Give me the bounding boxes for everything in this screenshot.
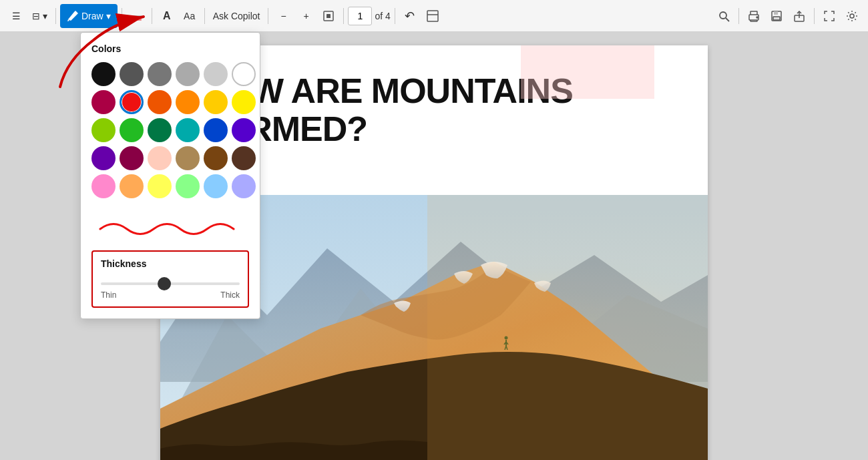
settings-button[interactable] <box>841 4 863 28</box>
svg-rect-5 <box>427 11 438 21</box>
color-swatch-dark-gray[interactable] <box>120 62 144 86</box>
draw-pen-icon <box>67 10 79 22</box>
menu-icon: ☰ <box>12 11 21 21</box>
print-icon <box>748 10 760 22</box>
color-swatch-gray[interactable] <box>176 62 200 86</box>
color-swatch-light-green[interactable] <box>176 174 200 198</box>
ink-preview-svg <box>93 212 247 239</box>
separator-2 <box>122 8 122 24</box>
separator-6 <box>343 8 344 24</box>
share-icon <box>793 10 805 22</box>
color-swatch-light-blue[interactable] <box>204 174 228 198</box>
svg-line-8 <box>726 18 729 21</box>
copilot-label: Ask Copilot <box>213 11 260 21</box>
eraser-icon <box>131 10 143 22</box>
color-swatch-light-gray[interactable] <box>204 62 228 86</box>
separator-1 <box>55 8 56 24</box>
undo-icon: ↶ <box>405 9 415 23</box>
slider-labels: Thin Thick <box>101 290 240 300</box>
color-swatch-pink[interactable] <box>91 174 116 198</box>
settings-icon <box>846 10 858 22</box>
svg-point-12 <box>756 17 758 18</box>
save-icon <box>771 10 783 22</box>
bookmark-chevron: ▾ <box>43 11 47 21</box>
separator-9 <box>814 8 815 24</box>
svg-rect-1 <box>132 16 136 21</box>
toolbar-right-actions <box>713 4 863 28</box>
thickness-slider[interactable] <box>101 282 240 285</box>
print-button[interactable] <box>743 4 765 28</box>
draw-chevron: ▾ <box>106 11 111 21</box>
layout-button[interactable] <box>422 4 443 28</box>
fit-page-icon <box>322 9 335 23</box>
color-swatch-light-yellow[interactable] <box>148 174 172 198</box>
color-swatch-green[interactable] <box>120 118 144 142</box>
color-swatch-teal[interactable] <box>176 118 200 142</box>
color-swatch-light-orange[interactable] <box>120 174 144 198</box>
color-swatch-brown[interactable] <box>204 146 228 170</box>
aa-button[interactable]: Aa <box>179 4 200 28</box>
draw-button[interactable]: Draw ▾ <box>60 4 118 28</box>
zoom-in-icon: + <box>303 11 308 21</box>
color-swatch-dark-green[interactable] <box>148 118 172 142</box>
svg-point-17 <box>850 14 854 18</box>
color-grid <box>91 62 249 198</box>
share-button[interactable] <box>789 4 810 28</box>
color-swatch-blue[interactable] <box>204 118 228 142</box>
draw-label: Draw <box>81 11 103 21</box>
color-swatch-orange-red[interactable] <box>148 90 172 114</box>
color-swatch-black[interactable] <box>91 62 116 86</box>
color-swatch-dark-brown[interactable] <box>232 146 256 170</box>
fullscreen-button[interactable] <box>819 4 840 28</box>
page-navigation: of 4 <box>348 7 390 25</box>
svg-rect-29 <box>427 195 708 460</box>
color-swatch-yellow[interactable] <box>204 90 228 114</box>
color-swatch-yellow-green[interactable] <box>91 118 116 142</box>
zoom-out-button[interactable]: − <box>272 4 294 28</box>
fullscreen-icon <box>823 10 835 22</box>
text-icon: A <box>163 10 171 22</box>
svg-point-7 <box>720 12 726 19</box>
aa-icon: Aa <box>184 11 195 21</box>
color-swatch-tan[interactable] <box>176 146 200 170</box>
color-swatch-dark-magenta[interactable] <box>120 146 144 170</box>
color-swatch-lavender[interactable] <box>232 174 256 198</box>
search-icon <box>718 10 730 22</box>
separator-5 <box>268 8 268 24</box>
color-swatch-medium-gray[interactable] <box>148 62 172 86</box>
text-button[interactable]: A <box>156 4 178 28</box>
highlight-rect <box>521 45 654 99</box>
thickness-thick-label: Thick <box>220 290 240 300</box>
svg-rect-15 <box>773 17 780 20</box>
bookmark-button[interactable]: ⊟ ▾ <box>28 4 51 28</box>
thickness-thin-label: Thin <box>101 290 116 300</box>
separator-4 <box>204 8 205 24</box>
search-button[interactable] <box>713 4 734 28</box>
draw-color-panel: Colors <box>80 32 260 319</box>
color-swatch-red[interactable] <box>120 90 144 114</box>
separator-7 <box>395 8 395 24</box>
color-swatch-dark-pink[interactable] <box>91 90 116 114</box>
color-swatch-purple[interactable] <box>91 146 116 170</box>
copilot-button[interactable]: Ask Copilot <box>209 4 264 28</box>
fit-page-button[interactable] <box>318 4 339 28</box>
page-number-input[interactable] <box>348 7 372 25</box>
undo-button[interactable]: ↶ <box>399 4 421 28</box>
color-swatch-bright-yellow[interactable] <box>232 90 256 114</box>
toolbar: ☰ ⊟ ▾ Draw ▾ A Aa Ask Copilot − + <box>0 0 868 32</box>
colors-section-title: Colors <box>91 43 249 54</box>
eraser-button[interactable] <box>126 4 148 28</box>
thickness-section: Thickness Thin Thick <box>91 250 249 308</box>
zoom-out-icon: − <box>280 11 286 21</box>
svg-rect-14 <box>774 11 778 15</box>
zoom-in-button[interactable]: + <box>295 4 316 28</box>
color-swatch-purple-blue[interactable] <box>232 118 256 142</box>
separator-3 <box>152 8 152 24</box>
color-swatch-orange[interactable] <box>176 90 200 114</box>
page-total-label: of 4 <box>375 11 390 21</box>
save-button[interactable] <box>766 4 787 28</box>
color-swatch-peach[interactable] <box>148 146 172 170</box>
menu-button[interactable]: ☰ <box>5 4 27 28</box>
bookmark-icon: ⊟ <box>32 11 40 21</box>
color-swatch-white[interactable] <box>232 62 256 86</box>
